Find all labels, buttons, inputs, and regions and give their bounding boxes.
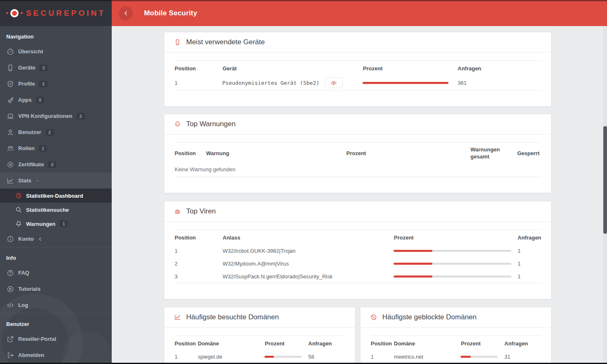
sidebar-item-label: Benutzer xyxy=(18,129,41,135)
column-header: Position xyxy=(174,234,222,241)
sidebar-item-reseller-portal[interactable]: Reseller-Portal xyxy=(0,331,112,347)
sidebar-item-label: Warnungen xyxy=(26,221,55,227)
device-name: Pseudonymisiertes Gerät (5be2) xyxy=(222,80,319,86)
sidebar-item-label: Profile xyxy=(18,81,35,87)
virus-name: W32/SuspPack.N.gen!Eldorado|Security_Ris… xyxy=(222,273,393,280)
domain-cell: meetrics.net xyxy=(393,354,461,360)
eye-icon xyxy=(331,80,337,86)
column-header: Warnungen gesamt xyxy=(470,146,517,160)
card-title: Häufigste besuchte Domänen xyxy=(186,313,279,321)
progress-bar xyxy=(461,356,498,358)
count-badge: 1 xyxy=(60,220,68,227)
sidebar-item-abmelden[interactable]: Abmelden xyxy=(0,347,112,363)
card-title: Häufigste geblockte Domänen xyxy=(382,313,477,321)
mobile-icon xyxy=(7,64,14,72)
pie-icon xyxy=(15,192,22,199)
sidebar-item-log[interactable]: Log xyxy=(0,297,112,313)
scrollbar-thumb[interactable] xyxy=(603,126,607,234)
column-header: Prozent xyxy=(393,234,517,241)
column-header: Position xyxy=(174,65,222,72)
card-top-viruses: Top Viren Position Anlass Prozent Anfrag… xyxy=(164,201,552,299)
column-header: Position xyxy=(174,150,206,157)
sidebar-item-statistiken-dashboard[interactable]: Statistiken-Dashboard xyxy=(0,189,112,203)
table-row: 1 Pseudonymisiertes Gerät (5be2) 361 xyxy=(174,75,541,90)
sidebar-item-warnungen[interactable]: Warnungen1 xyxy=(0,217,112,231)
sidebar-item-label: Zertifikate xyxy=(18,161,44,168)
logo-o-icon xyxy=(10,9,19,17)
certificate-icon xyxy=(7,161,14,168)
sidebar-item-stats[interactable]: Stats xyxy=(0,172,112,189)
sidebar-item-konto[interactable]: Konto xyxy=(0,231,112,247)
column-header: Prozent xyxy=(264,340,308,347)
position-cell: 2 xyxy=(174,261,222,267)
progress-bar xyxy=(362,82,449,84)
sidebar-item-rollen[interactable]: Rollen1 xyxy=(0,140,112,156)
sidebar-item-faq[interactable]: FAQ xyxy=(0,265,112,281)
sidebar-section: NavigationÜbersichtGeräte3Profile3Apps9V… xyxy=(0,26,112,247)
chevron-left-icon xyxy=(38,237,43,242)
sidebar-item-tutorials[interactable]: Tutorials xyxy=(0,281,112,297)
sidebar-section-label: Benutzer xyxy=(0,315,112,331)
main-content: Meist verwendete Geräte Position Gerät P… xyxy=(112,26,607,364)
question-icon xyxy=(7,269,14,277)
search-icon xyxy=(15,206,22,213)
sidebar-section-label: Navigation xyxy=(0,28,112,43)
view-device-button[interactable] xyxy=(325,77,343,88)
page-title: Mobile Security xyxy=(144,9,197,17)
column-header: Domäne xyxy=(197,340,264,347)
column-header: Anfragen xyxy=(308,340,345,347)
sidebar-item-bersicht[interactable]: Übersicht xyxy=(0,43,112,60)
column-header: Anlass xyxy=(222,234,393,241)
count-badge: 1 xyxy=(39,145,47,152)
table-row: 1 meetrics.net 31 xyxy=(370,350,541,363)
requests-cell: 1 xyxy=(517,248,541,254)
logo-text: SECUREPOINT xyxy=(26,9,106,18)
card-title: Top Viren xyxy=(186,207,216,216)
table-row: 1 spiegel.de 58 xyxy=(174,350,345,363)
logo-area: SECUREPOINT xyxy=(0,0,112,26)
sidebar-item-statistikensuche[interactable]: Statistikensuche xyxy=(0,203,112,217)
sidebar-item-profile[interactable]: Profile3 xyxy=(0,76,112,92)
column-header: Anfragen xyxy=(504,340,541,347)
sidebar: SECUREPOINT NavigationÜbersichtGeräte3Pr… xyxy=(0,0,112,364)
sidebar-item-benutzer[interactable]: Benutzer2 xyxy=(0,124,112,140)
count-badge: 2 xyxy=(46,129,54,136)
dashboard-icon xyxy=(7,48,14,55)
sidebar-item-ger-te[interactable]: Geräte3 xyxy=(0,60,112,76)
back-button[interactable] xyxy=(119,6,133,20)
external-link-icon xyxy=(7,335,14,343)
logo-dot-icon xyxy=(6,12,8,14)
sidebar-item-label: Log xyxy=(18,302,28,308)
table-row: 3 W32/SuspPack.N.gen!Eldorado|Security_R… xyxy=(174,270,541,283)
shield-icon xyxy=(7,80,14,88)
count-badge: 0 xyxy=(48,161,56,168)
sidebar-item-label: Abmelden xyxy=(18,352,44,358)
empty-table-message: Keine Warnung gefunden xyxy=(174,163,541,177)
chart-icon xyxy=(7,177,14,184)
sidebar-section-label: Info xyxy=(0,249,112,265)
progress-bar xyxy=(393,250,511,252)
sidebar-item-label: Reseller-Portal xyxy=(18,336,56,342)
position-cell: 3 xyxy=(174,273,222,280)
sidebar-item-label: Statistikensuche xyxy=(26,207,69,213)
column-header: Prozent xyxy=(461,340,504,347)
sidebar-item-apps[interactable]: Apps9 xyxy=(0,92,112,108)
column-header: Position xyxy=(174,340,197,347)
chevron-left-icon xyxy=(123,10,129,16)
column-header: Prozent xyxy=(346,150,470,157)
column-header: Anfragen xyxy=(517,234,541,241)
page-header: Mobile Security xyxy=(112,0,607,26)
table-row: 1 W32/Ircbot.GUKK-3982|Trojan 1 xyxy=(174,244,541,257)
chevron-down-icon xyxy=(35,178,40,183)
sidebar-item-vpn-konfigurationen[interactable]: VPN Konfigurationen2 xyxy=(0,108,112,124)
mobile-icon xyxy=(174,39,181,46)
column-header: Anfragen xyxy=(457,65,541,72)
window-top-edge xyxy=(0,0,607,1)
count-badge: 3 xyxy=(39,81,47,87)
scrollbar-track[interactable] xyxy=(603,26,607,364)
logout-icon xyxy=(7,352,14,359)
count-badge: 2 xyxy=(77,113,85,120)
virus-name: W32/Ircbot.GUKK-3982|Trojan xyxy=(222,248,393,254)
ban-icon xyxy=(370,314,377,321)
sidebar-item-zertifikate[interactable]: Zertifikate0 xyxy=(0,156,112,172)
